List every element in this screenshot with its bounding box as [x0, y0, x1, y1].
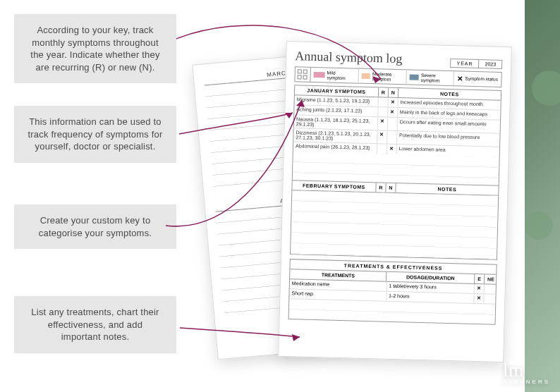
key-moderate: Moderate symptom [358, 69, 406, 85]
symptom-name: Dizziness (2.1.23, 5.1.23, 20.1.23, 27.1… [293, 128, 377, 143]
key-severe-label: Severe symptom [421, 73, 451, 83]
col-n: N [389, 88, 398, 97]
section-january: JANUARY SYMPTOMS R N NOTES Migraine (1.1… [292, 85, 501, 186]
cell-n: ✕ [386, 145, 396, 154]
swatch-moderate [361, 73, 370, 79]
cell-notes: Occurs after eating even small amounts [397, 118, 500, 133]
key-mild: Mild symptom [310, 68, 358, 83]
key-severe: Severe symptom [406, 70, 454, 85]
col-ne: NE [485, 274, 496, 283]
symptom-name: Nausea (1.1.23, 18.1.23, 25.1.23, 29.1.2… [294, 115, 378, 130]
logo-subtext: PLANNERS [503, 379, 550, 385]
year-box: YEAR 2023 [450, 59, 502, 69]
year-value: 2023 [479, 59, 502, 69]
symptom-key-row: Mild symptom Moderate symptom Severe sym… [294, 66, 501, 87]
col-r-feb: R [376, 183, 386, 192]
section-february: FEBRUARY SYMPTOMS R N NOTES [290, 180, 499, 260]
callout-treatments: List any treatments, chart their effecti… [14, 296, 176, 353]
cell-r: ✕ [377, 117, 387, 130]
cell-ne [485, 284, 496, 293]
cell-r: ✕ [377, 130, 387, 143]
cell-r [378, 107, 388, 116]
key-status-label: Symptom status [465, 76, 498, 82]
col-e: E [475, 274, 485, 283]
cell-n: ✕ [388, 108, 398, 117]
january-blank-lines [293, 152, 499, 185]
cell-r [377, 144, 386, 154]
february-blank-lines [291, 190, 498, 259]
callout-track-frequency: This information can be used to track fr… [14, 106, 176, 163]
col-n-feb: N [386, 183, 396, 192]
callout-track-monthly: According to your key, track monthly sym… [14, 14, 176, 83]
cell-e: ✕ [475, 284, 485, 293]
cell-r [378, 97, 388, 106]
cell-n: ✕ [388, 98, 398, 107]
cell-e: ✕ [474, 294, 484, 303]
cell-ne [484, 294, 495, 303]
cell-n [387, 118, 397, 130]
planner-page-front: Annual symptom log YEAR 2023 Mild sympto… [278, 41, 512, 362]
treatments-section: TREATMENTS & EFFECTIVENESS TREATMENTS DO… [288, 259, 497, 325]
page-title: Annual symptom log [295, 49, 402, 66]
brand-logo: lm PLANNERS [503, 359, 550, 385]
key-grid-icon [295, 67, 311, 82]
key-mild-label: Mild symptom [327, 70, 355, 80]
swatch-severe [409, 74, 419, 80]
year-label: YEAR [450, 59, 479, 68]
cell-notes: Potentially due to low blood pressure [397, 131, 500, 147]
callout-custom-key: Create your custom key to categorise you… [14, 204, 176, 249]
col-r: R [379, 87, 389, 97]
swatch-mild [314, 72, 325, 78]
cell-n [387, 131, 397, 144]
key-status: ✕ Symptom status [454, 71, 501, 87]
x-icon: ✕ [457, 75, 463, 82]
logo-mark: lm [503, 359, 524, 381]
key-moderate-label: Moderate symptom [372, 71, 403, 82]
